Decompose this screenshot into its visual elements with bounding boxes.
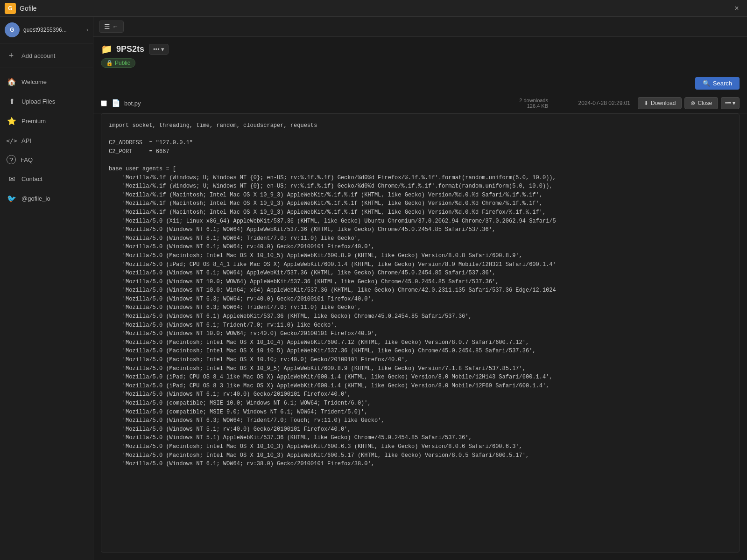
sidebar-item-label-api: API	[21, 137, 31, 144]
sidebar-item-premium[interactable]: ⭐ Premium	[0, 111, 93, 131]
sidebar: G guest93255396... › + Add account 🏠 Wel…	[0, 17, 93, 560]
download-icon: ⬇	[644, 100, 648, 106]
upload-icon: ⬆	[7, 96, 17, 106]
file-meta: 2 downloads 126.4 KB	[497, 98, 548, 109]
folder-name: 9PS2ts	[116, 44, 144, 54]
file-downloads: 2 downloads	[519, 98, 548, 103]
add-account-button[interactable]: + Add account	[0, 43, 93, 68]
sidebar-item-label-contact: Contact	[21, 175, 42, 182]
sidebar-item-label-welcome: Welcome	[21, 78, 47, 85]
sidebar-nav: 🏠 Welcome ⬆ Upload Files ⭐ Premium </> A…	[0, 68, 93, 560]
sidebar-item-welcome[interactable]: 🏠 Welcome	[0, 72, 93, 91]
main-layout: G guest93255396... › + Add account 🏠 Wel…	[0, 17, 747, 560]
more-options-button[interactable]: ••• ▾	[721, 97, 740, 109]
code-content: import socket, threading, time, random, …	[109, 121, 732, 469]
app-logo: G	[5, 3, 16, 14]
file-date: 2024-07-28 02:29:01	[556, 100, 630, 106]
file-checkbox[interactable]	[101, 100, 107, 106]
code-viewer[interactable]: import socket, threading, time, random, …	[101, 113, 740, 553]
public-badge: 🔒 Public	[101, 58, 135, 68]
sidebar-item-label-upload: Upload Files	[21, 98, 55, 105]
sidebar-item-api[interactable]: </> API	[0, 131, 93, 150]
download-button[interactable]: ⬇ Download	[638, 97, 682, 109]
file-row: 📄 bot.py 2 downloads 126.4 KB 2024-07-28…	[93, 93, 747, 113]
sidebar-item-label-premium: Premium	[21, 118, 46, 125]
app-title: Gofile	[20, 5, 731, 12]
sidebar-item-upload[interactable]: ⬆ Upload Files	[0, 91, 93, 111]
faq-icon: ?	[7, 155, 16, 164]
close-file-button[interactable]: ⊗ Close	[684, 97, 718, 109]
file-size: 126.4 KB	[527, 103, 548, 109]
folder-icon: 📁	[101, 43, 113, 55]
sidebar-item-contact[interactable]: ✉ Contact	[0, 169, 93, 189]
code-icon: </>	[7, 135, 17, 146]
search-bar: 🔍 Search	[93, 73, 747, 93]
twitter-icon: 🐦	[7, 193, 17, 203]
folder-header: 📁 9PS2ts ••• ▾	[93, 37, 747, 58]
sidebar-item-label-faq: FAQ	[21, 156, 33, 163]
add-account-label: Add account	[21, 52, 55, 59]
search-button[interactable]: 🔍 Search	[695, 77, 740, 90]
home-icon: 🏠	[7, 77, 17, 87]
mail-icon: ✉	[7, 174, 17, 184]
sidebar-item-twitter[interactable]: 🐦 @gofile_io	[0, 189, 93, 208]
sidebar-username: guest93255396...	[23, 27, 86, 33]
sidebar-item-faq[interactable]: ? FAQ	[0, 150, 93, 169]
toolbar: ☰ ←	[93, 17, 747, 37]
folder-menu-button[interactable]: ••• ▾	[149, 44, 169, 55]
toolbar-nav-button[interactable]: ☰ ←	[99, 21, 124, 33]
content-area: ☰ ← 📁 9PS2ts ••• ▾ 🔒 Public 🔍 Search 📄	[93, 17, 747, 560]
sidebar-user-section[interactable]: G guest93255396... ›	[0, 17, 93, 43]
star-icon: ⭐	[7, 116, 17, 126]
chevron-right-icon: ›	[86, 27, 88, 33]
close-circle-icon: ⊗	[691, 100, 695, 106]
add-account-icon: +	[5, 49, 18, 62]
search-icon: 🔍	[703, 80, 710, 87]
close-window-button[interactable]: ×	[731, 3, 742, 14]
avatar: G	[5, 22, 20, 37]
file-type-icon: 📄	[112, 99, 120, 107]
lock-icon: 🔒	[106, 60, 113, 66]
file-name: bot.py	[124, 100, 497, 107]
file-actions: ⬇ Download ⊗ Close ••• ▾	[638, 97, 740, 109]
folder-badges: 🔒 Public	[93, 58, 747, 73]
menu-back-icon: ☰ ←	[104, 23, 119, 30]
titlebar: G Gofile ×	[0, 0, 747, 17]
sidebar-item-label-twitter: @gofile_io	[21, 195, 50, 202]
